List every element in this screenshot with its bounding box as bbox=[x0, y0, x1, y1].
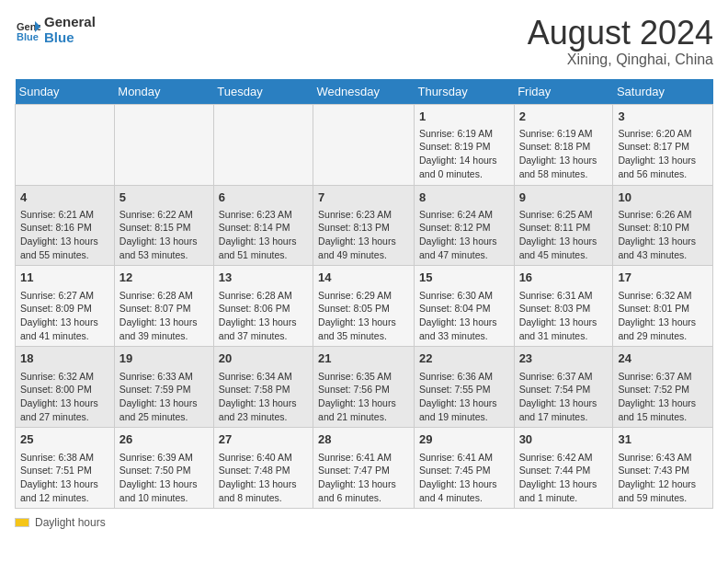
day-info: Sunrise: 6:19 AM Sunset: 8:19 PM Dayligh… bbox=[419, 127, 509, 181]
day-info: Sunrise: 6:40 AM Sunset: 7:48 PM Dayligh… bbox=[219, 451, 308, 505]
day-info: Sunrise: 6:37 AM Sunset: 7:52 PM Dayligh… bbox=[618, 370, 708, 424]
calendar-cell: 23Sunrise: 6:37 AM Sunset: 7:54 PM Dayli… bbox=[514, 347, 613, 428]
calendar-cell bbox=[313, 104, 415, 185]
day-info: Sunrise: 6:21 AM Sunset: 8:16 PM Dayligh… bbox=[20, 208, 109, 262]
calendar-cell: 8Sunrise: 6:24 AM Sunset: 8:12 PM Daylig… bbox=[414, 185, 514, 266]
day-number: 2 bbox=[519, 109, 609, 125]
calendar-cell: 18Sunrise: 6:32 AM Sunset: 8:00 PM Dayli… bbox=[16, 347, 115, 428]
weekday-header-thursday: Thursday bbox=[414, 79, 514, 105]
calendar-cell bbox=[114, 104, 213, 185]
day-number: 30 bbox=[519, 431, 609, 448]
calendar-subtitle: Xining, Qinghai, China bbox=[528, 52, 713, 68]
weekday-header-tuesday: Tuesday bbox=[213, 79, 313, 105]
weekday-header-friday: Friday bbox=[514, 79, 613, 105]
calendar-cell bbox=[213, 104, 313, 185]
day-number: 5 bbox=[119, 190, 209, 206]
calendar-cell: 14Sunrise: 6:29 AM Sunset: 8:05 PM Dayli… bbox=[313, 266, 415, 347]
day-number: 8 bbox=[419, 190, 509, 206]
calendar-cell: 3Sunrise: 6:20 AM Sunset: 8:17 PM Daylig… bbox=[613, 104, 713, 185]
day-number: 19 bbox=[119, 350, 209, 367]
logo: General Blue General Blue bbox=[15, 15, 96, 45]
weekday-header-wednesday: Wednesday bbox=[313, 79, 415, 105]
calendar-cell: 4Sunrise: 6:21 AM Sunset: 8:16 PM Daylig… bbox=[16, 185, 115, 266]
day-number: 20 bbox=[219, 350, 308, 367]
calendar-cell: 12Sunrise: 6:28 AM Sunset: 8:07 PM Dayli… bbox=[114, 266, 213, 347]
calendar-cell: 16Sunrise: 6:31 AM Sunset: 8:03 PM Dayli… bbox=[514, 266, 613, 347]
day-number: 1 bbox=[419, 109, 509, 125]
day-info: Sunrise: 6:39 AM Sunset: 7:50 PM Dayligh… bbox=[119, 451, 209, 505]
calendar-cell: 15Sunrise: 6:30 AM Sunset: 8:04 PM Dayli… bbox=[414, 266, 514, 347]
day-info: Sunrise: 6:27 AM Sunset: 8:09 PM Dayligh… bbox=[20, 289, 109, 343]
day-number: 4 bbox=[20, 190, 109, 206]
calendar-cell: 22Sunrise: 6:36 AM Sunset: 7:55 PM Dayli… bbox=[414, 347, 514, 428]
calendar-cell: 19Sunrise: 6:33 AM Sunset: 7:59 PM Dayli… bbox=[114, 347, 213, 428]
calendar-week-row: 4Sunrise: 6:21 AM Sunset: 8:16 PM Daylig… bbox=[16, 185, 713, 266]
day-number: 26 bbox=[119, 431, 209, 448]
footer: Daylight hours bbox=[15, 516, 713, 529]
calendar-cell: 11Sunrise: 6:27 AM Sunset: 8:09 PM Dayli… bbox=[16, 266, 115, 347]
calendar-cell bbox=[16, 104, 115, 185]
day-number: 25 bbox=[20, 431, 109, 448]
day-info: Sunrise: 6:32 AM Sunset: 8:00 PM Dayligh… bbox=[20, 370, 109, 424]
calendar-cell: 27Sunrise: 6:40 AM Sunset: 7:48 PM Dayli… bbox=[213, 428, 313, 509]
day-info: Sunrise: 6:42 AM Sunset: 7:44 PM Dayligh… bbox=[519, 451, 609, 505]
day-info: Sunrise: 6:25 AM Sunset: 8:11 PM Dayligh… bbox=[519, 208, 609, 262]
day-number: 9 bbox=[519, 190, 609, 206]
day-info: Sunrise: 6:24 AM Sunset: 8:12 PM Dayligh… bbox=[419, 208, 509, 262]
calendar-cell: 21Sunrise: 6:35 AM Sunset: 7:56 PM Dayli… bbox=[313, 347, 415, 428]
logo-general: General bbox=[44, 15, 96, 30]
day-number: 29 bbox=[419, 431, 509, 448]
weekday-header-saturday: Saturday bbox=[613, 79, 713, 105]
day-number: 31 bbox=[618, 431, 708, 448]
calendar-cell: 31Sunrise: 6:43 AM Sunset: 7:43 PM Dayli… bbox=[613, 428, 713, 509]
day-number: 14 bbox=[318, 270, 409, 286]
day-info: Sunrise: 6:32 AM Sunset: 8:01 PM Dayligh… bbox=[618, 289, 708, 343]
calendar-cell: 30Sunrise: 6:42 AM Sunset: 7:44 PM Dayli… bbox=[514, 428, 613, 509]
day-info: Sunrise: 6:33 AM Sunset: 7:59 PM Dayligh… bbox=[119, 370, 209, 424]
daylight-bar-icon bbox=[15, 518, 29, 527]
day-info: Sunrise: 6:38 AM Sunset: 7:51 PM Dayligh… bbox=[20, 451, 109, 505]
day-number: 16 bbox=[519, 270, 609, 286]
calendar-title: August 2024 bbox=[528, 15, 713, 52]
day-number: 18 bbox=[20, 350, 109, 367]
day-number: 13 bbox=[219, 270, 308, 286]
calendar-cell: 10Sunrise: 6:26 AM Sunset: 8:10 PM Dayli… bbox=[613, 185, 713, 266]
weekday-header-monday: Monday bbox=[114, 79, 213, 105]
day-number: 12 bbox=[119, 270, 209, 286]
day-info: Sunrise: 6:26 AM Sunset: 8:10 PM Dayligh… bbox=[618, 208, 708, 262]
calendar-cell: 7Sunrise: 6:23 AM Sunset: 8:13 PM Daylig… bbox=[313, 185, 415, 266]
calendar-week-row: 1Sunrise: 6:19 AM Sunset: 8:19 PM Daylig… bbox=[16, 104, 713, 185]
day-info: Sunrise: 6:19 AM Sunset: 8:18 PM Dayligh… bbox=[519, 127, 609, 181]
day-number: 23 bbox=[519, 350, 609, 367]
logo-blue: Blue bbox=[44, 30, 96, 46]
logo-icon: General Blue bbox=[15, 17, 40, 43]
day-number: 3 bbox=[618, 109, 708, 125]
page-header: General Blue General Blue August 2024 Xi… bbox=[15, 15, 713, 68]
day-info: Sunrise: 6:23 AM Sunset: 8:13 PM Dayligh… bbox=[318, 208, 409, 262]
day-number: 21 bbox=[318, 350, 409, 367]
day-number: 11 bbox=[20, 270, 109, 286]
calendar-cell: 6Sunrise: 6:23 AM Sunset: 8:14 PM Daylig… bbox=[213, 185, 313, 266]
day-info: Sunrise: 6:20 AM Sunset: 8:17 PM Dayligh… bbox=[618, 127, 708, 181]
calendar-week-row: 25Sunrise: 6:38 AM Sunset: 7:51 PM Dayli… bbox=[16, 428, 713, 509]
day-info: Sunrise: 6:30 AM Sunset: 8:04 PM Dayligh… bbox=[419, 289, 509, 343]
calendar-table: SundayMondayTuesdayWednesdayThursdayFrid… bbox=[15, 79, 713, 510]
day-number: 6 bbox=[219, 190, 308, 206]
svg-text:Blue: Blue bbox=[17, 31, 39, 42]
calendar-week-row: 18Sunrise: 6:32 AM Sunset: 8:00 PM Dayli… bbox=[16, 347, 713, 428]
daylight-label: Daylight hours bbox=[35, 516, 106, 529]
day-info: Sunrise: 6:43 AM Sunset: 7:43 PM Dayligh… bbox=[618, 451, 708, 505]
day-number: 22 bbox=[419, 350, 509, 367]
day-info: Sunrise: 6:29 AM Sunset: 8:05 PM Dayligh… bbox=[318, 289, 409, 343]
calendar-cell: 2Sunrise: 6:19 AM Sunset: 8:18 PM Daylig… bbox=[514, 104, 613, 185]
calendar-cell: 26Sunrise: 6:39 AM Sunset: 7:50 PM Dayli… bbox=[114, 428, 213, 509]
day-info: Sunrise: 6:37 AM Sunset: 7:54 PM Dayligh… bbox=[519, 370, 609, 424]
calendar-cell: 5Sunrise: 6:22 AM Sunset: 8:15 PM Daylig… bbox=[114, 185, 213, 266]
day-number: 27 bbox=[219, 431, 308, 448]
day-number: 28 bbox=[318, 431, 409, 448]
calendar-cell: 13Sunrise: 6:28 AM Sunset: 8:06 PM Dayli… bbox=[213, 266, 313, 347]
day-number: 17 bbox=[618, 270, 708, 286]
day-info: Sunrise: 6:28 AM Sunset: 8:06 PM Dayligh… bbox=[219, 289, 308, 343]
day-info: Sunrise: 6:23 AM Sunset: 8:14 PM Dayligh… bbox=[219, 208, 308, 262]
calendar-cell: 28Sunrise: 6:41 AM Sunset: 7:47 PM Dayli… bbox=[313, 428, 415, 509]
